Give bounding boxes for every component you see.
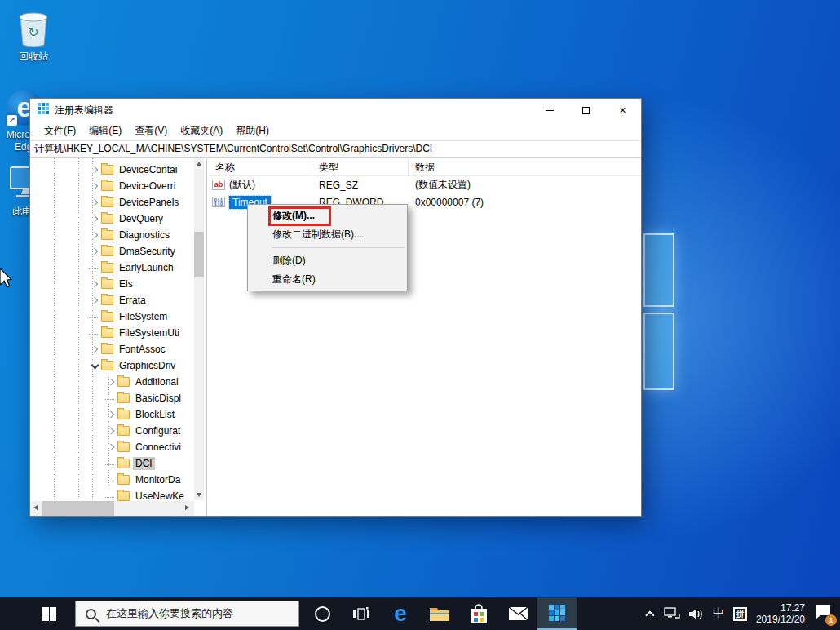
- scroll-down-icon[interactable]: [197, 493, 201, 497]
- cortana-button[interactable]: [303, 597, 342, 630]
- chevron-right-icon[interactable]: [89, 246, 101, 258]
- chevron-right-icon[interactable]: [89, 197, 101, 209]
- tree-item[interactable]: DevQuery: [30, 211, 194, 227]
- chevron-right-icon[interactable]: [105, 409, 117, 421]
- mail-button[interactable]: [498, 597, 537, 630]
- folder-icon: [117, 426, 130, 436]
- context-menu-item-modify-binary[interactable]: 修改二进制数据(B)...: [248, 225, 407, 244]
- column-header-name[interactable]: 名称: [209, 158, 312, 176]
- menu-file[interactable]: 文件(F): [38, 122, 82, 140]
- column-header-data[interactable]: 数据: [409, 158, 641, 176]
- recycle-bin-icon[interactable]: ↻: [15, 7, 52, 52]
- tree-item[interactable]: DeviceOverri: [30, 178, 194, 194]
- scrollbar-thumb[interactable]: [42, 501, 114, 516]
- taskbar-app-icons: e: [303, 597, 577, 630]
- registry-editor-window: 注册表编辑器 × 文件(F) 编辑(E) 查看(V) 收藏夹(A) 帮助(H) …: [29, 98, 642, 517]
- close-button[interactable]: ×: [604, 99, 641, 122]
- tree-item[interactable]: Diagnostics: [30, 227, 194, 243]
- title-bar[interactable]: 注册表编辑器 ×: [30, 99, 641, 122]
- tray-expand-icon[interactable]: [645, 610, 654, 619]
- string-value-icon: ab: [212, 180, 225, 190]
- folder-icon: [101, 328, 113, 338]
- tree-item[interactable]: FileSystemUti: [30, 325, 194, 341]
- taskbar-clock[interactable]: 17:27 2019/12/20: [756, 602, 805, 625]
- recycle-bin-label[interactable]: 回收站: [9, 51, 58, 63]
- start-button[interactable]: [29, 597, 69, 630]
- context-menu-item-delete[interactable]: 删除(D): [248, 251, 407, 270]
- tree-item[interactable]: GraphicsDriv: [30, 357, 194, 374]
- tree-item[interactable]: BasicDispl: [30, 390, 194, 406]
- maximize-button[interactable]: [568, 99, 604, 122]
- file-explorer-icon: [429, 606, 450, 623]
- tree-item[interactable]: DevicePanels: [30, 194, 194, 211]
- wallpaper-logo-pane: [643, 313, 674, 390]
- menu-favorites[interactable]: 收藏夹(A): [174, 122, 229, 140]
- clock-time: 17:27: [756, 602, 805, 614]
- chevron-right-icon[interactable]: [89, 344, 101, 356]
- svg-text:↻: ↻: [28, 25, 38, 39]
- tree-item[interactable]: Configurat: [30, 423, 194, 439]
- taskbar-search-input[interactable]: 在这里输入你要搜索的内容: [75, 601, 299, 627]
- menu-view[interactable]: 查看(V): [128, 122, 174, 140]
- value-row-default[interactable]: ab(默认) REG_SZ (数值未设置): [209, 176, 641, 193]
- file-explorer-button[interactable]: [420, 597, 459, 630]
- chevron-right-icon[interactable]: [89, 295, 101, 307]
- chevron-right-icon[interactable]: [105, 425, 117, 437]
- chevron-right-icon[interactable]: [105, 376, 117, 388]
- tree-vertical-scrollbar[interactable]: [194, 158, 204, 500]
- volume-icon[interactable]: [689, 608, 704, 620]
- tree-item[interactable]: Errata: [30, 292, 194, 308]
- store-button[interactable]: [459, 597, 498, 630]
- chevron-right-icon[interactable]: [89, 164, 101, 176]
- chevron-right-icon[interactable]: [105, 441, 117, 454]
- folder-icon: [101, 181, 113, 191]
- chevron-down-icon[interactable]: [89, 360, 101, 372]
- value-data: 0x00000007 (7): [409, 197, 641, 208]
- tree-item-selected[interactable]: DCI: [30, 455, 194, 472]
- tree-item[interactable]: FontAssoc: [30, 341, 194, 357]
- scroll-right-icon[interactable]: [185, 505, 189, 510]
- value-data: (数值未设置): [409, 178, 641, 192]
- menu-bar: 文件(F) 编辑(E) 查看(V) 收藏夹(A) 帮助(H): [30, 122, 641, 140]
- tree-item[interactable]: Connectivi: [30, 439, 194, 455]
- tree-horizontal-scrollbar[interactable]: [30, 501, 194, 516]
- cortana-icon: [315, 606, 330, 622]
- regedit-taskbar-button[interactable]: [537, 597, 577, 630]
- tree-item[interactable]: Additional: [30, 374, 194, 390]
- tree-item[interactable]: BlockList: [30, 406, 194, 423]
- chevron-right-icon[interactable]: [89, 278, 101, 291]
- tree-item[interactable]: EarlyLaunch: [30, 260, 194, 276]
- action-center-button[interactable]: 1: [814, 604, 833, 623]
- tree-item[interactable]: FileSystem: [30, 308, 194, 325]
- registry-tree-panel[interactable]: DeviceContai DeviceOverri DevicePanels D…: [30, 158, 207, 516]
- chevron-right-icon[interactable]: [89, 229, 101, 242]
- leaf-connector: [105, 458, 117, 470]
- scrollbar-thumb[interactable]: [194, 232, 204, 277]
- value-name[interactable]: (默认): [229, 178, 255, 192]
- tree-item[interactable]: MonitorDa: [30, 472, 194, 488]
- menu-edit[interactable]: 编辑(E): [82, 122, 128, 140]
- mail-icon: [508, 606, 528, 621]
- tree-item[interactable]: DeviceContai: [30, 162, 194, 178]
- edge-button[interactable]: e: [381, 597, 420, 630]
- minimize-button[interactable]: [531, 99, 568, 122]
- column-header-type[interactable]: 类型: [312, 158, 409, 176]
- ime-mode-indicator[interactable]: 拼: [733, 607, 747, 621]
- network-icon[interactable]: [664, 607, 680, 620]
- address-bar[interactable]: 计算机\HKEY_LOCAL_MACHINE\SYSTEM\CurrentCon…: [30, 140, 641, 158]
- task-view-button[interactable]: [342, 597, 381, 630]
- leaf-connector: [105, 474, 117, 486]
- folder-icon: [117, 442, 130, 452]
- context-menu-item-rename[interactable]: 重命名(R): [248, 270, 407, 289]
- folder-icon: [101, 279, 113, 289]
- ime-language-indicator[interactable]: 中: [713, 606, 724, 621]
- tree-item[interactable]: Els: [30, 276, 194, 292]
- shortcut-arrow-icon: ↗: [7, 115, 17, 126]
- scroll-up-icon[interactable]: [197, 162, 201, 166]
- scroll-left-icon[interactable]: [33, 505, 38, 510]
- chevron-right-icon[interactable]: [89, 180, 101, 193]
- clock-date: 2019/12/20: [756, 614, 805, 625]
- tree-item[interactable]: DmaSecurity: [30, 243, 194, 260]
- chevron-right-icon[interactable]: [89, 213, 101, 225]
- menu-help[interactable]: 帮助(H): [229, 122, 276, 140]
